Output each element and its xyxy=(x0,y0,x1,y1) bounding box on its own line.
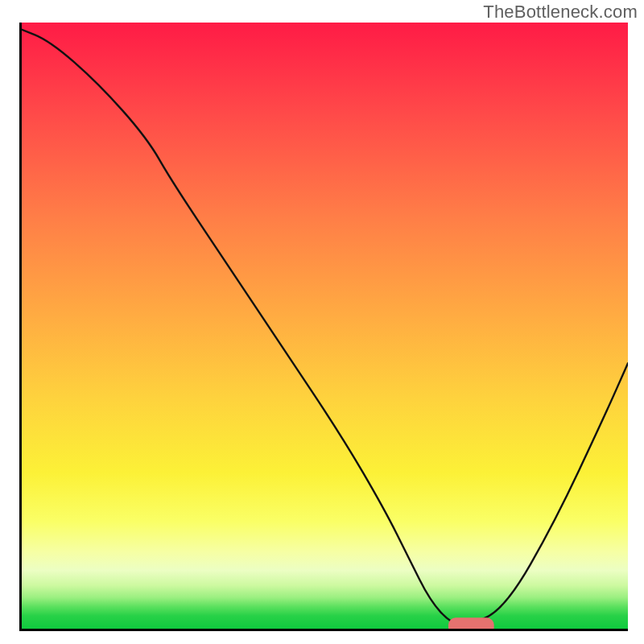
x-axis xyxy=(19,629,628,631)
chart-svg xyxy=(19,23,628,631)
watermark-label: TheBottleneck.com xyxy=(483,2,638,23)
series-bottleneck-curve xyxy=(19,29,628,625)
y-axis xyxy=(19,23,22,631)
chart-area xyxy=(19,23,628,631)
